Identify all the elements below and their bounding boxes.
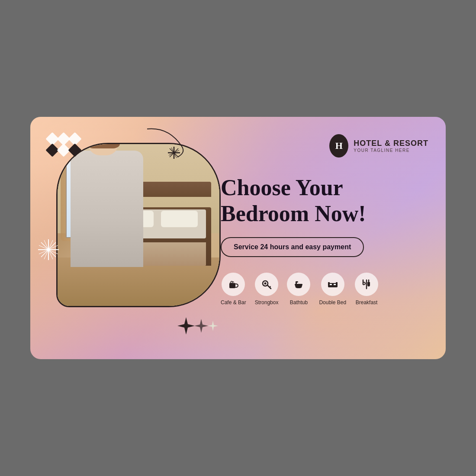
svg-line-18 <box>270 286 270 287</box>
photo-frame <box>56 143 221 307</box>
service-badge: Service 24 hours and easy payment <box>221 237 364 257</box>
amenity-strongbox: Strongbox <box>255 273 279 306</box>
svg-rect-21 <box>296 281 298 283</box>
cafe-icon <box>228 279 239 290</box>
hotel-card: H HOTEL & RESORT YOUR TAGLINE HERE Choos… <box>30 117 446 359</box>
breakfast-icon <box>361 279 372 290</box>
room-photo <box>58 144 219 306</box>
svg-rect-26 <box>328 282 330 286</box>
double-bed-label: Double Bed <box>319 299 346 306</box>
curve-decoration <box>143 125 190 165</box>
cafe-label: Cafe & Bar <box>221 299 246 306</box>
amenities-row: Cafe & Bar Strongbox <box>221 273 428 306</box>
cafe-icon-circle <box>222 273 245 296</box>
brand-tagline: YOUR TAGLINE HERE <box>354 148 428 153</box>
breakfast-label: Breakfast <box>356 299 378 306</box>
right-content: H HOTEL & RESORT YOUR TAGLINE HERE Choos… <box>221 134 428 342</box>
headline-line1: Choose Your <box>221 175 343 200</box>
amenity-breakfast: Breakfast <box>355 273 378 306</box>
headline-line2: Bedroom Now! <box>221 201 366 226</box>
key-icon <box>261 279 272 290</box>
double-bed-icon-circle <box>321 273 344 296</box>
bed-icon <box>327 279 338 290</box>
logo-area: H HOTEL & RESORT YOUR TAGLINE HERE <box>329 134 428 158</box>
bathtub-icon-circle <box>287 273 310 296</box>
svg-rect-14 <box>229 283 235 288</box>
sparkles-svg <box>177 314 221 338</box>
svg-rect-27 <box>336 282 338 286</box>
diamond-decorations <box>48 134 87 155</box>
card-content: H HOTEL & RESORT YOUR TAGLINE HERE Choos… <box>30 117 446 359</box>
logo-oval: H <box>329 134 348 158</box>
breakfast-icon-circle <box>355 273 378 296</box>
svg-point-17 <box>264 282 267 284</box>
logo-text: HOTEL & RESORT YOUR TAGLINE HERE <box>354 139 428 153</box>
strongbox-label: Strongbox <box>255 299 279 306</box>
amenity-bathtub: Bathtub <box>287 273 310 306</box>
logo-letter: H <box>335 140 343 151</box>
bottom-sparkles <box>177 314 221 338</box>
strongbox-icon-circle <box>255 273 278 296</box>
main-headline: Choose Your Bedroom Now! <box>221 175 428 227</box>
brand-name: HOTEL & RESORT <box>354 139 428 148</box>
bathtub-label: Bathtub <box>290 299 308 306</box>
amenity-cafe: Cafe & Bar <box>221 273 246 306</box>
diamond-6 <box>68 143 81 157</box>
starburst-left <box>37 238 61 264</box>
amenity-double-bed: Double Bed <box>319 273 346 306</box>
bathtub-icon <box>293 279 304 290</box>
